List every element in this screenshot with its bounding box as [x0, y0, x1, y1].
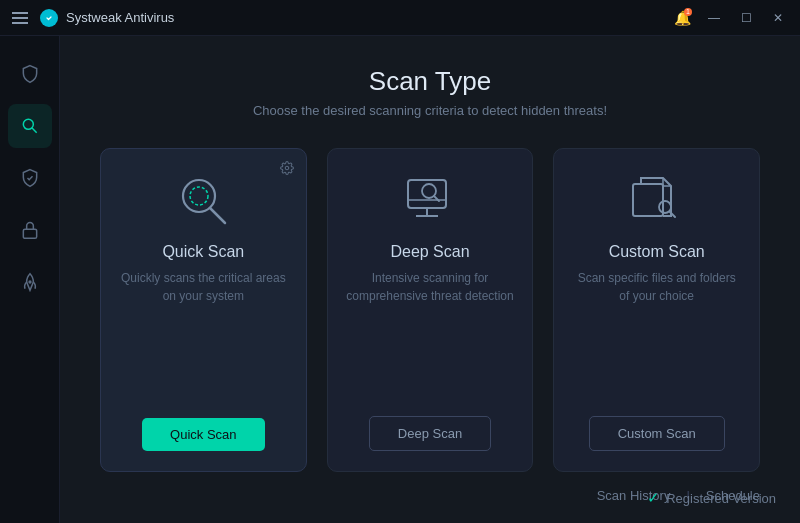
content-area: Scan Type Choose the desired scanning cr…	[60, 36, 800, 523]
svg-point-4	[285, 166, 289, 170]
registered-text: Registered Version	[666, 491, 776, 506]
app-title: Systweak Antivirus	[66, 10, 174, 25]
scan-cards: Quick Scan Quickly scans the critical ar…	[100, 148, 760, 472]
deep-scan-card: Deep Scan Intensive scanning for compreh…	[327, 148, 534, 472]
sidebar-item-vpn[interactable]	[8, 208, 52, 252]
svg-rect-2	[23, 229, 36, 238]
quick-scan-description: Quickly scans the critical areas on your…	[119, 269, 288, 398]
custom-scan-icon	[622, 169, 692, 229]
sidebar-item-protection[interactable]	[8, 52, 52, 96]
page-header: Scan Type Choose the desired scanning cr…	[100, 66, 760, 118]
svg-point-15	[659, 201, 671, 213]
deep-scan-title: Deep Scan	[390, 243, 469, 261]
notification-button[interactable]: 🔔 1	[668, 4, 696, 32]
page-title: Scan Type	[100, 66, 760, 97]
quick-scan-card: Quick Scan Quickly scans the critical ar…	[100, 148, 307, 472]
maximize-button[interactable]: ☐	[732, 4, 760, 32]
registered-badge: ✓ Registered Version	[647, 489, 776, 507]
sidebar-item-boost[interactable]	[8, 260, 52, 304]
minimize-button[interactable]: —	[700, 4, 728, 32]
svg-line-6	[210, 208, 225, 223]
deep-scan-icon	[395, 169, 465, 229]
custom-scan-description: Scan specific files and folders of your …	[572, 269, 741, 396]
registered-icon: ✓	[647, 489, 660, 507]
svg-point-7	[190, 187, 208, 205]
custom-scan-title: Custom Scan	[609, 243, 705, 261]
sidebar	[0, 36, 60, 523]
quick-scan-button[interactable]: Quick Scan	[142, 418, 264, 451]
title-bar: Systweak Antivirus 🔔 1 — ☐ ✕	[0, 0, 800, 36]
svg-line-1	[32, 128, 37, 133]
sidebar-item-security[interactable]	[8, 156, 52, 200]
notification-badge: 1	[684, 8, 692, 16]
main-layout: Scan Type Choose the desired scanning cr…	[0, 36, 800, 523]
title-bar-left: Systweak Antivirus	[8, 8, 174, 28]
deep-scan-description: Intensive scanning for comprehensive thr…	[346, 269, 515, 396]
page-subtitle: Choose the desired scanning criteria to …	[100, 103, 760, 118]
svg-point-0	[23, 119, 33, 129]
app-logo	[40, 9, 58, 27]
quick-scan-icon	[168, 169, 238, 229]
svg-rect-14	[633, 184, 663, 216]
custom-scan-card: Custom Scan Scan specific files and fold…	[553, 148, 760, 472]
quick-scan-title: Quick Scan	[162, 243, 244, 261]
sidebar-item-scan[interactable]	[8, 104, 52, 148]
deep-scan-button[interactable]: Deep Scan	[369, 416, 491, 451]
settings-icon[interactable]	[280, 161, 294, 178]
custom-scan-button[interactable]: Custom Scan	[589, 416, 725, 451]
menu-button[interactable]	[8, 8, 32, 28]
svg-point-3	[28, 280, 31, 283]
close-button[interactable]: ✕	[764, 4, 792, 32]
title-bar-right: 🔔 1 — ☐ ✕	[668, 4, 792, 32]
